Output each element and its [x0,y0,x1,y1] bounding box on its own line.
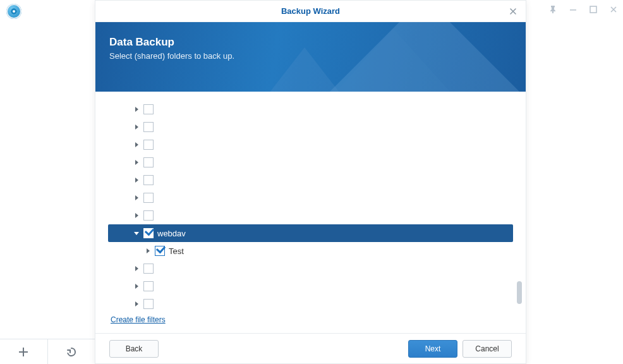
chevron-down-icon[interactable] [133,230,140,236]
folder-checkbox[interactable] [143,299,154,309]
chevron-right-icon[interactable] [133,124,140,130]
dialog-titlebar: Backup Wizard [95,1,526,22]
folder-checkbox[interactable] [143,264,154,274]
folder-tree[interactable]: webdavTest [95,92,526,310]
chevron-right-icon[interactable] [133,159,140,166]
left-toolbar [0,339,95,364]
add-task-button[interactable] [0,339,48,364]
folder-checkbox[interactable] [143,175,154,185]
filters-link-row: Create file filters [95,310,526,333]
tree-row[interactable] [108,136,513,154]
wizard-footer: Back Next Cancel [95,333,526,363]
chevron-right-icon[interactable] [133,265,140,272]
tree-row[interactable] [108,100,513,118]
folder-checkbox[interactable] [143,210,154,221]
folder-checkbox[interactable] [143,140,154,150]
folder-checkbox[interactable] [143,104,154,114]
cancel-button[interactable]: Cancel [463,340,512,358]
folder-checkbox[interactable] [143,122,154,132]
dialog-title: Backup Wizard [281,6,340,16]
next-button[interactable]: Next [408,340,457,358]
background-window-controls [548,5,618,14]
chevron-right-icon[interactable] [133,106,140,112]
tree-row[interactable] [108,118,513,136]
tree-row[interactable] [108,295,513,310]
chevron-right-icon[interactable] [133,283,140,289]
restore-button[interactable] [48,339,95,364]
tree-row[interactable] [108,154,513,171]
tree-row[interactable] [108,171,513,189]
tree-row[interactable]: webdav [108,224,513,242]
svg-rect-0 [570,9,576,11]
backup-wizard-dialog: Backup Wizard Data Backup Select (shared… [95,0,526,364]
chevron-right-icon[interactable] [133,301,140,307]
folder-tree-container: webdavTest [95,92,526,310]
chevron-right-icon[interactable] [133,212,140,219]
chevron-right-icon[interactable] [133,142,140,148]
svg-rect-1 [590,6,596,13]
close-icon[interactable] [609,5,618,14]
wizard-banner: Data Backup Select (shared) folders to b… [95,22,526,92]
tree-row[interactable] [108,207,513,224]
folder-checkbox[interactable] [143,228,154,238]
app-icon [6,4,21,19]
folder-checkbox[interactable] [143,157,154,167]
pin-icon[interactable] [548,5,557,14]
tree-row[interactable] [108,260,513,277]
tree-row[interactable]: Test [108,242,513,260]
folder-label: webdav [157,229,186,238]
folder-checkbox[interactable] [143,281,154,291]
folder-checkbox[interactable] [143,193,154,203]
minimize-icon[interactable] [569,5,578,14]
tree-row[interactable] [108,189,513,207]
folder-checkbox[interactable] [155,246,165,256]
tree-row[interactable] [108,277,513,295]
maximize-icon[interactable] [589,5,598,14]
dialog-close-button[interactable] [507,5,519,18]
create-file-filters-link[interactable]: Create file filters [111,315,166,324]
chevron-right-icon[interactable] [133,177,140,183]
chevron-right-icon[interactable] [133,195,140,201]
folder-label: Test [169,246,184,256]
scrollbar-thumb[interactable] [517,281,522,304]
back-button[interactable]: Back [109,340,159,358]
chevron-right-icon[interactable] [145,248,151,254]
